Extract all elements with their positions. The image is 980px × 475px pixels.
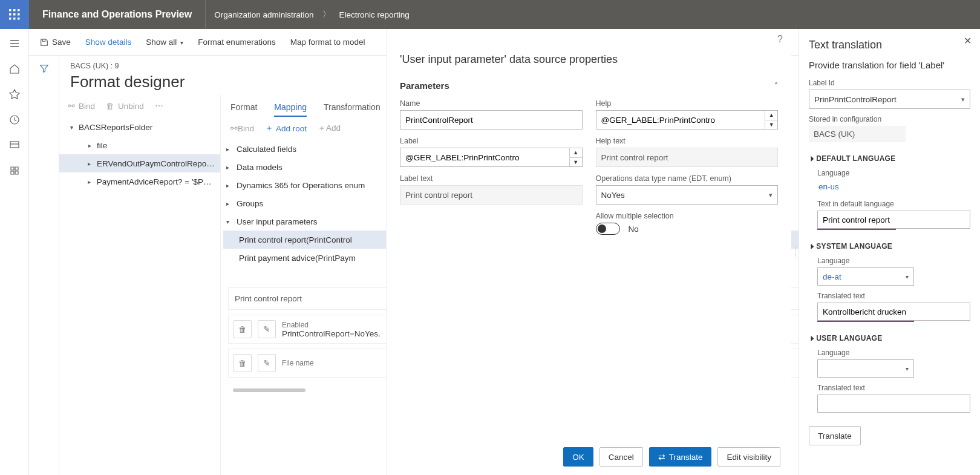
plus-icon: ＋ bbox=[265, 123, 273, 134]
collapse-icon[interactable]: ▾ bbox=[68, 124, 75, 131]
flyout-title: Text translation bbox=[809, 39, 970, 51]
workspace-icon[interactable] bbox=[8, 139, 21, 151]
tab-format[interactable]: Format bbox=[230, 102, 257, 117]
tab-mapping[interactable]: Mapping bbox=[274, 102, 307, 117]
section-system-language[interactable]: SYSTEM LANGUAGE bbox=[809, 242, 970, 251]
system-language-select[interactable]: de-at▾ bbox=[817, 267, 914, 286]
bind-button[interactable]: ⚯Bind bbox=[230, 123, 254, 133]
chevron-up-icon: ˄ bbox=[774, 82, 778, 90]
svg-rect-1 bbox=[13, 9, 16, 11]
expand-icon[interactable]: ▸ bbox=[86, 142, 93, 149]
field-label: Name bbox=[400, 99, 583, 108]
expand-icon[interactable]: ▸ bbox=[223, 164, 232, 171]
add-root-dropdown[interactable]: ＋Add root bbox=[265, 123, 307, 134]
tree-node[interactable]: ▸file bbox=[59, 136, 220, 154]
field-label: Stored in configuration bbox=[809, 115, 970, 123]
map-format-button[interactable]: Map format to model bbox=[290, 38, 365, 47]
ok-button[interactable]: OK bbox=[563, 447, 593, 467]
svg-rect-8 bbox=[18, 18, 20, 20]
translation-flyout: ✕ Text translation Provide translation f… bbox=[799, 29, 980, 475]
star-icon[interactable] bbox=[8, 88, 21, 100]
dialog-title: 'User input parameter' data source prope… bbox=[387, 50, 791, 74]
bind-button[interactable]: ⚯Bind bbox=[68, 101, 95, 111]
translate-button[interactable]: ⇄Translate bbox=[649, 447, 712, 467]
cancel-button[interactable]: Cancel bbox=[599, 447, 643, 467]
expand-icon[interactable]: ▸ bbox=[223, 146, 232, 152]
user-language-select[interactable]: ▾ bbox=[817, 359, 914, 378]
show-details-button[interactable]: Show details bbox=[85, 38, 132, 47]
hamburger-icon[interactable] bbox=[8, 38, 21, 50]
chevron-right-icon: 〉 bbox=[322, 9, 331, 20]
tree-node[interactable]: ▾BACSReportsFolder bbox=[59, 118, 220, 136]
toggle-value: No bbox=[629, 224, 639, 234]
breadcrumb: Organization administration 〉 Electronic… bbox=[205, 0, 418, 29]
chevron-down-icon: ▾ bbox=[906, 365, 909, 372]
add-dropdown[interactable]: ＋Add bbox=[318, 123, 341, 134]
panel-resize-grip[interactable] bbox=[794, 246, 799, 258]
breadcrumb-item[interactable]: Electronic reporting bbox=[339, 10, 410, 19]
field-label: Label text bbox=[400, 174, 583, 183]
tree-node[interactable]: ▸ERVendOutPaymControlReport? bbox=[59, 154, 220, 172]
labeltext-readonly: Print control report bbox=[400, 185, 583, 205]
edt-select[interactable]: NoYes bbox=[596, 185, 779, 205]
label-input[interactable]: ▲▼ bbox=[400, 148, 583, 167]
translate-action-button[interactable]: Translate bbox=[809, 426, 861, 445]
help-icon[interactable]: ? bbox=[777, 34, 783, 45]
format-tree: ▾BACSReportsFolder ▸file ▸ERVendOutPaymC… bbox=[59, 117, 220, 192]
svg-rect-0 bbox=[9, 9, 11, 11]
svg-rect-5 bbox=[18, 13, 20, 16]
section-default-language[interactable]: DEFAULT LANGUAGE bbox=[809, 154, 970, 163]
edit-binding-button[interactable]: ✎ bbox=[258, 320, 276, 338]
close-icon[interactable]: ✕ bbox=[964, 35, 972, 47]
field-label: Label bbox=[400, 137, 583, 145]
field-label: Help text bbox=[596, 137, 779, 145]
tab-transformations[interactable]: Transformation bbox=[324, 102, 381, 117]
edit-visibility-button[interactable]: Edit visibility bbox=[717, 447, 780, 467]
save-icon bbox=[40, 38, 48, 47]
translate-icon: ⇄ bbox=[658, 452, 665, 462]
link-icon: ⚯ bbox=[230, 124, 238, 133]
user-translated-text-input[interactable] bbox=[817, 395, 970, 413]
filter-icon[interactable] bbox=[39, 63, 50, 475]
expand-icon[interactable]: ▸ bbox=[86, 160, 93, 167]
section-user-language[interactable]: USER LANGUAGE bbox=[809, 334, 970, 342]
home-icon[interactable] bbox=[8, 63, 21, 75]
stored-config-readonly: BACS (UK) bbox=[809, 126, 906, 142]
expand-icon[interactable]: ▸ bbox=[223, 182, 232, 189]
recent-icon[interactable] bbox=[8, 114, 21, 126]
overflow-button[interactable]: ⋯ bbox=[155, 101, 165, 111]
spinner-icon[interactable]: ▲▼ bbox=[569, 148, 582, 166]
name-input[interactable] bbox=[400, 110, 583, 129]
edit-binding-button[interactable]: ✎ bbox=[258, 354, 276, 372]
unbind-button[interactable]: 🗑Unbind bbox=[106, 102, 144, 111]
translated-text-input[interactable] bbox=[817, 303, 970, 321]
svg-rect-10 bbox=[10, 142, 19, 148]
trash-icon: 🗑 bbox=[238, 325, 247, 334]
allow-multiple-toggle[interactable] bbox=[596, 223, 620, 235]
delete-binding-button[interactable]: 🗑 bbox=[234, 354, 252, 372]
expand-icon[interactable]: ▸ bbox=[223, 200, 232, 207]
save-button[interactable]: Save bbox=[40, 38, 71, 47]
dialog-actions: OK Cancel ⇄Translate Edit visibility bbox=[387, 439, 791, 475]
help-input[interactable]: ▲▼ bbox=[596, 110, 779, 129]
waffle-icon bbox=[9, 9, 20, 20]
label-id-select[interactable]: PrinPrintControlReport bbox=[809, 90, 970, 109]
modules-icon[interactable] bbox=[8, 165, 21, 177]
flyout-subtitle: Provide translation for field 'Label' bbox=[809, 60, 970, 70]
section-header[interactable]: Parameters ˄ bbox=[387, 74, 791, 97]
format-enumerations-button[interactable]: Format enumerations bbox=[198, 38, 275, 47]
show-all-dropdown[interactable]: Show all bbox=[146, 38, 183, 47]
tree-node[interactable]: ▸PaymentAdviceReport? = '$Paym bbox=[59, 172, 220, 191]
binding-label: Enabled bbox=[282, 321, 381, 329]
expand-icon[interactable]: ▸ bbox=[86, 179, 93, 185]
collapse-icon[interactable]: ▾ bbox=[223, 218, 232, 225]
field-label: Language bbox=[817, 169, 970, 177]
delete-binding-button[interactable]: 🗑 bbox=[234, 320, 252, 338]
field-label: Text in default language bbox=[817, 200, 970, 208]
app-launcher-button[interactable] bbox=[0, 0, 29, 29]
binding-label: File name bbox=[282, 359, 314, 367]
default-text-input[interactable] bbox=[817, 211, 970, 229]
spinner-icon[interactable]: ▲▼ bbox=[765, 111, 777, 129]
default-language-value: en-us bbox=[817, 180, 970, 194]
breadcrumb-item[interactable]: Organization administration bbox=[214, 10, 313, 19]
